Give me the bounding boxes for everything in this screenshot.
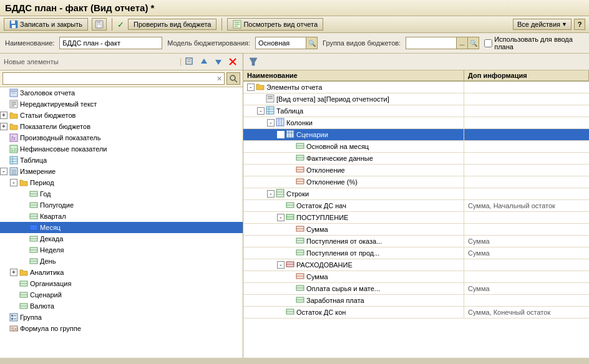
- table-row[interactable]: -РАСХОДОВАНИЕ: [243, 259, 589, 271]
- tree-item[interactable]: Таблица: [0, 155, 243, 166]
- tree-toggle-3[interactable]: +: [0, 112, 7, 119]
- tree-toggle-9[interactable]: -: [10, 179, 17, 186]
- right-row-label: Остаток ДС нач: [296, 202, 346, 209]
- right-row-label: [Вид отчета] за[Период отчетности]: [276, 95, 389, 103]
- tree-item[interactable]: Неделя: [0, 244, 243, 256]
- table-row[interactable]: -Таблица: [243, 105, 589, 117]
- right-row-label: Строки: [286, 190, 309, 198]
- table-row[interactable]: Остаток ДС конСумма, Конечный остаток: [243, 307, 589, 318]
- table-row[interactable]: Отклонение (%): [243, 176, 589, 188]
- right-tree-toggle[interactable]: -: [267, 190, 275, 198]
- save-close-button[interactable]: Записать и закрыть: [4, 18, 88, 31]
- tree-toggle-8[interactable]: -: [0, 168, 7, 175]
- model-value[interactable]: [256, 39, 306, 47]
- delete-icon-btn[interactable]: [226, 55, 239, 68]
- tree-item-label: Заголовок отчета: [20, 89, 75, 97]
- search-input[interactable]: [3, 74, 214, 83]
- tree-toggle-4[interactable]: +: [0, 123, 7, 130]
- name-input[interactable]: [59, 37, 162, 49]
- tree-item[interactable]: Квартал: [0, 211, 243, 222]
- table-row[interactable]: Сумма: [243, 271, 589, 283]
- checkbox-label[interactable]: Использовать для ввода плана: [484, 36, 584, 50]
- tree-area[interactable]: Заголовок отчетаНередактируемый текст+Ст…: [0, 87, 243, 358]
- table-row[interactable]: Поступления от прод...Сумма: [243, 247, 589, 259]
- table-body[interactable]: -Элементы отчета[Вид отчета] за[Период о…: [243, 82, 589, 358]
- table-row[interactable]: Фактические данные: [243, 153, 589, 165]
- tree-item[interactable]: Сценарий: [0, 289, 243, 300]
- group-search-btn[interactable]: ...: [456, 37, 467, 49]
- td-name: -ПОСТУПЛЕНИЕ: [243, 212, 464, 223]
- view-report-button[interactable]: Посмотреть вид отчета: [227, 18, 323, 31]
- table-row[interactable]: Отклонение: [243, 165, 589, 176]
- tree-item[interactable]: Группа: [0, 312, 243, 323]
- tree-toggle-17[interactable]: +: [10, 269, 17, 276]
- tree-item[interactable]: День: [0, 256, 243, 267]
- table-row[interactable]: -Сценарии: [243, 129, 589, 141]
- tree-item[interactable]: Декада: [0, 233, 243, 244]
- td-name: Отклонение: [243, 165, 464, 176]
- tree-item[interactable]: 123Нефинансовые показатели: [0, 143, 243, 155]
- tree-item-label: Таблица: [20, 156, 47, 164]
- tree-item[interactable]: +Аналитика: [0, 267, 243, 278]
- table-row[interactable]: Оплата сырья и мате...Сумма: [243, 283, 589, 295]
- td-name: -РАСХОДОВАНИЕ: [243, 259, 464, 271]
- table-row[interactable]: Основной на месяц: [243, 141, 589, 153]
- tree-item[interactable]: Нередактируемый текст: [0, 98, 243, 110]
- svg-rect-5: [97, 25, 101, 27]
- group-value[interactable]: [406, 39, 456, 47]
- tree-item[interactable]: -Измерение: [0, 166, 243, 177]
- td-info: Сумма: [464, 236, 589, 247]
- tree-item[interactable]: Месяц: [0, 222, 243, 233]
- tree-item[interactable]: Валюта: [0, 300, 243, 312]
- group-search-btn2[interactable]: 🔍: [467, 37, 479, 49]
- search-go-btn[interactable]: [226, 72, 240, 85]
- right-tree-toggle[interactable]: -: [257, 107, 265, 115]
- table-row[interactable]: -Строки: [243, 188, 589, 200]
- use-for-plan-checkbox[interactable]: [484, 39, 492, 47]
- tree-item-icon: 123: [9, 144, 19, 154]
- tree-item[interactable]: +Показатели бюджетов: [0, 121, 243, 132]
- up-icon-btn[interactable]: [198, 55, 210, 68]
- td-info: Сумма, Начальный остаток: [464, 200, 589, 211]
- svg-rect-89: [276, 189, 284, 197]
- table-row[interactable]: -Элементы отчета: [243, 82, 589, 93]
- tree-item[interactable]: f(x)Формула по группе: [0, 323, 243, 334]
- table-row[interactable]: -ПОСТУПЛЕНИЕ: [243, 212, 589, 224]
- search-row: ✕: [0, 70, 243, 87]
- td-info: [464, 188, 589, 199]
- right-tree-toggle[interactable]: -: [247, 84, 255, 91]
- right-tree-toggle[interactable]: -: [277, 214, 285, 221]
- floppy-button[interactable]: [92, 18, 107, 31]
- down-icon-btn[interactable]: [212, 55, 225, 68]
- tree-item-label: Год: [40, 190, 51, 198]
- check-budget-button[interactable]: Проверить вид бюджета: [128, 19, 217, 30]
- help-icon[interactable]: ?: [574, 19, 585, 30]
- toolbar-icons-right: [183, 55, 239, 68]
- tree-item[interactable]: +Статьи бюджетов: [0, 110, 243, 121]
- table-row[interactable]: [Вид отчета] за[Период отчетности]: [243, 93, 589, 105]
- table-row[interactable]: -Колонки: [243, 117, 589, 129]
- table-row[interactable]: Заработная плата: [243, 295, 589, 307]
- floppy-icon: [95, 20, 104, 29]
- table-row[interactable]: Остаток ДС начСумма, Начальный остаток: [243, 200, 589, 212]
- svg-rect-19: [10, 89, 17, 97]
- table-row[interactable]: Сумма: [243, 224, 589, 236]
- table-row[interactable]: Поступления от оказа...Сумма: [243, 236, 589, 247]
- filter-icon-btn[interactable]: [247, 55, 260, 68]
- right-tree-toggle[interactable]: -: [277, 131, 285, 138]
- search-clear-btn[interactable]: ✕: [214, 75, 224, 83]
- tree-item[interactable]: -Период: [0, 177, 243, 188]
- all-actions-button[interactable]: Все действия ▼: [513, 19, 572, 30]
- edit-icon-btn[interactable]: [183, 55, 196, 68]
- svg-rect-77: [286, 130, 294, 138]
- tree-item[interactable]: Год: [0, 188, 243, 199]
- tree-item[interactable]: fxПроизводный показатель: [0, 132, 243, 143]
- right-tree-toggle[interactable]: -: [267, 119, 275, 127]
- separator-2: [221, 18, 222, 31]
- right-tree-toggle[interactable]: -: [277, 261, 285, 269]
- tree-item[interactable]: Заголовок отчета: [0, 87, 243, 98]
- tree-item[interactable]: Полугодие: [0, 199, 243, 211]
- tree-item[interactable]: Организация: [0, 278, 243, 289]
- td-name: [Вид отчета] за[Период отчетности]: [243, 93, 464, 105]
- model-search-btn[interactable]: 🔍: [306, 37, 317, 49]
